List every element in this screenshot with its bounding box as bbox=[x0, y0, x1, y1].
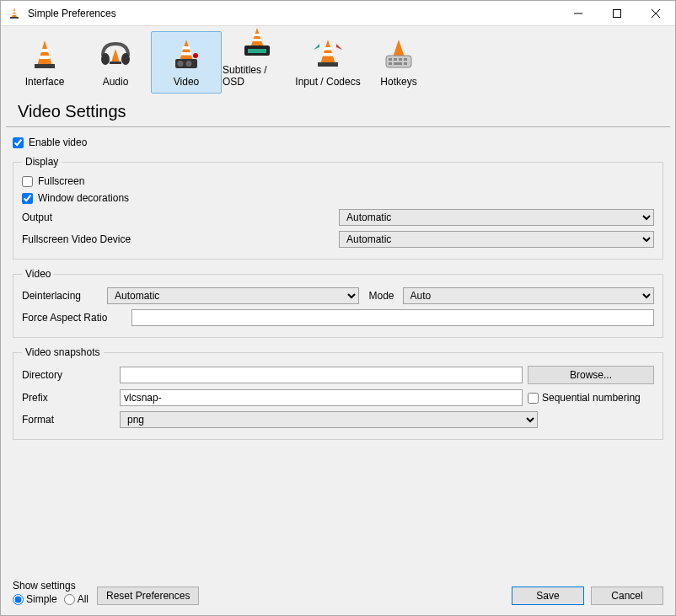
svg-point-12 bbox=[101, 53, 110, 65]
video-icon bbox=[169, 37, 204, 72]
content: Interface Audio bbox=[1, 26, 675, 615]
svg-rect-1 bbox=[13, 11, 16, 13]
tab-video[interactable]: Video bbox=[151, 31, 222, 94]
svg-point-21 bbox=[186, 61, 192, 67]
sequential-checkbox[interactable] bbox=[528, 393, 539, 404]
svg-marker-8 bbox=[37, 40, 52, 66]
display-group: Display Fullscreen Window decorations Ou… bbox=[13, 156, 663, 260]
display-legend: Display bbox=[22, 156, 62, 168]
video-legend: Video bbox=[22, 268, 54, 280]
svg-rect-17 bbox=[183, 46, 190, 50]
app-icon bbox=[8, 7, 21, 20]
audio-icon bbox=[98, 37, 133, 72]
svg-rect-18 bbox=[181, 52, 191, 56]
window-controls bbox=[559, 1, 675, 26]
svg-rect-38 bbox=[389, 62, 392, 65]
window-decorations-checkbox[interactable] bbox=[22, 193, 33, 204]
tab-label: Interface bbox=[25, 76, 65, 88]
fullscreen-device-label: Fullscreen Video Device bbox=[22, 233, 334, 245]
svg-marker-0 bbox=[12, 8, 17, 18]
snapshots-legend: Video snapshots bbox=[22, 346, 104, 358]
prefix-input[interactable] bbox=[120, 389, 523, 406]
svg-marker-16 bbox=[180, 40, 193, 61]
fullscreen-device-select[interactable]: Automatic bbox=[339, 231, 654, 248]
svg-point-20 bbox=[178, 61, 184, 67]
output-select[interactable]: Automatic bbox=[339, 209, 654, 226]
output-label: Output bbox=[22, 212, 334, 223]
directory-label: Directory bbox=[22, 369, 115, 381]
svg-rect-9 bbox=[41, 49, 49, 52]
tab-hotkeys[interactable]: Hotkeys bbox=[363, 31, 434, 94]
form-area: Enable video Display Fullscreen Window d… bbox=[1, 131, 675, 575]
deinterlacing-label: Deinterlacing bbox=[22, 290, 102, 302]
show-settings-label: Show settings bbox=[13, 580, 89, 592]
hotkeys-icon bbox=[381, 37, 416, 72]
fullscreen-label: Fullscreen bbox=[38, 175, 84, 187]
sequential-label: Sequential numbering bbox=[542, 392, 641, 404]
svg-rect-5 bbox=[614, 9, 621, 17]
force-aspect-label: Force Aspect Ratio bbox=[22, 312, 126, 324]
mode-select[interactable]: Auto bbox=[403, 287, 655, 304]
svg-rect-35 bbox=[394, 58, 397, 61]
svg-rect-39 bbox=[394, 62, 402, 65]
svg-rect-40 bbox=[404, 62, 407, 65]
enable-video-label: Enable video bbox=[29, 137, 87, 148]
all-radio-row[interactable]: All bbox=[64, 593, 89, 605]
close-button[interactable] bbox=[636, 1, 675, 26]
fullscreen-checkbox[interactable] bbox=[22, 176, 33, 187]
tab-label: Input / Codecs bbox=[295, 76, 360, 88]
codecs-icon bbox=[310, 37, 346, 72]
tab-label: Video bbox=[174, 76, 199, 88]
svg-rect-3 bbox=[10, 17, 19, 19]
maximize-button[interactable] bbox=[598, 1, 636, 26]
deinterlacing-select[interactable]: Automatic bbox=[107, 287, 359, 304]
category-tabs: Interface Audio bbox=[1, 26, 675, 94]
simple-radio[interactable] bbox=[13, 594, 24, 605]
svg-rect-30 bbox=[323, 53, 333, 56]
window-decorations-label: Window decorations bbox=[38, 192, 129, 204]
prefix-label: Prefix bbox=[22, 392, 115, 404]
simple-radio-row[interactable]: Simple bbox=[13, 593, 57, 605]
minimize-button[interactable] bbox=[559, 1, 598, 26]
video-group: Video Deinterlacing Automatic Mode Auto … bbox=[13, 268, 663, 338]
all-label: All bbox=[78, 593, 89, 605]
svg-marker-14 bbox=[111, 49, 120, 62]
svg-marker-28 bbox=[320, 40, 335, 64]
svg-rect-10 bbox=[40, 56, 50, 59]
page-title: Video Settings bbox=[6, 94, 670, 127]
window-title: Simple Preferences bbox=[28, 8, 559, 19]
tab-label: Hotkeys bbox=[380, 76, 416, 88]
snapshots-group: Video snapshots Directory Browse... Pref… bbox=[13, 346, 663, 440]
svg-rect-11 bbox=[35, 64, 55, 68]
format-label: Format bbox=[22, 414, 115, 426]
svg-marker-32 bbox=[393, 40, 405, 57]
browse-button[interactable]: Browse... bbox=[528, 366, 654, 384]
enable-video-checkbox[interactable] bbox=[13, 137, 24, 148]
save-button[interactable]: Save bbox=[512, 587, 584, 605]
interface-icon bbox=[27, 37, 62, 72]
svg-rect-34 bbox=[389, 58, 392, 61]
simple-label: Simple bbox=[26, 593, 57, 605]
titlebar: Simple Preferences bbox=[1, 1, 675, 26]
reset-preferences-button[interactable]: Reset Preferences bbox=[97, 587, 199, 605]
svg-point-13 bbox=[121, 53, 130, 65]
all-radio[interactable] bbox=[64, 594, 75, 605]
directory-input[interactable] bbox=[120, 367, 523, 383]
format-select[interactable]: png bbox=[120, 411, 538, 428]
svg-rect-15 bbox=[110, 62, 121, 64]
cancel-button[interactable]: Cancel bbox=[591, 587, 663, 605]
tab-input-codecs[interactable]: Input / Codecs bbox=[292, 31, 363, 94]
subtitles-icon bbox=[239, 26, 275, 61]
svg-rect-27 bbox=[248, 49, 266, 53]
tab-audio[interactable]: Audio bbox=[80, 31, 151, 94]
show-settings: Show settings Simple All bbox=[13, 580, 89, 605]
svg-rect-33 bbox=[386, 56, 411, 67]
tab-label: Audio bbox=[103, 76, 129, 88]
tab-interface[interactable]: Interface bbox=[9, 31, 80, 94]
force-aspect-input[interactable] bbox=[131, 309, 654, 326]
tab-label: Subtitles / OSD bbox=[223, 64, 292, 88]
svg-rect-36 bbox=[399, 58, 402, 61]
svg-rect-29 bbox=[324, 47, 332, 51]
tab-subtitles[interactable]: Subtitles / OSD bbox=[222, 31, 292, 94]
svg-rect-2 bbox=[13, 13, 17, 15]
